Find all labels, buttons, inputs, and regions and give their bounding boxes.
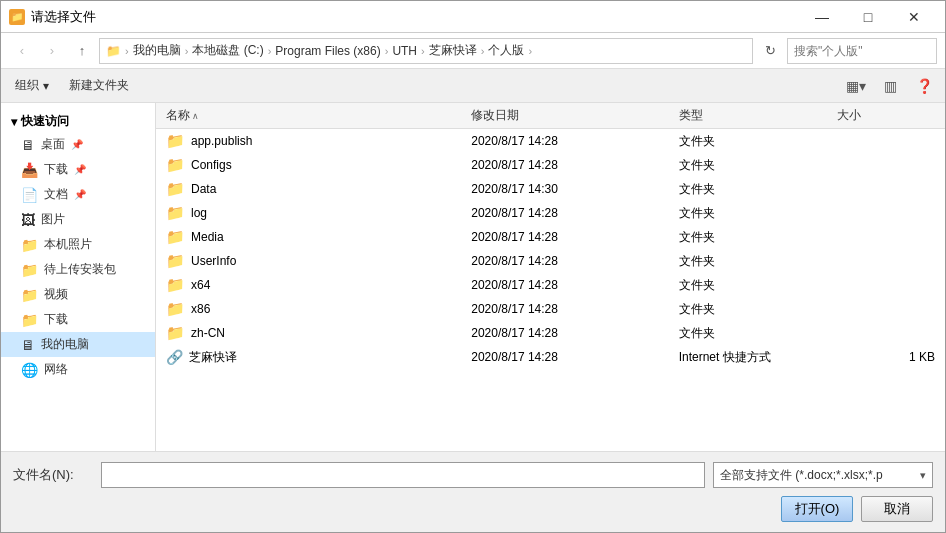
sidebar-item-videos[interactable]: 📁 视频 [1,282,155,307]
breadcrumb[interactable]: 📁 › 我的电脑 › 本地磁盘 (C:) › Program Files (x8… [99,38,753,64]
sidebar-item-network[interactable]: 🌐 网络 [1,357,155,382]
search-input[interactable] [794,44,944,58]
bottom-area: 文件名(N): 全部支持文件 (*.docx;*.xlsx;*.p ▾ 打开(O… [1,451,945,532]
filename-input[interactable] [101,462,705,488]
photos-icon: 📁 [21,237,38,253]
sidebar-label-photos: 本机照片 [44,236,92,253]
file-date-cell: 2020/8/17 14:28 [465,158,672,172]
minimize-button[interactable]: — [799,1,845,33]
table-row[interactable]: 📁 Data 2020/8/17 14:30 文件夹 [156,177,945,201]
organize-button[interactable]: 组织 ▾ [9,75,55,96]
sidebar-item-desktop[interactable]: 🖥 桌面 📌 [1,132,155,157]
breadcrumb-drive[interactable]: 本地磁盘 (C:) [192,42,263,59]
file-date-cell: 2020/8/17 14:28 [465,230,672,244]
file-type-cell: 文件夹 [673,157,832,174]
sidebar-label-downloads1: 下载 [44,161,68,178]
file-type-cell: 文件夹 [673,325,832,342]
file-date-cell: 2020/8/17 14:28 [465,302,672,316]
file-name-cell: 📁 app.publish [160,132,465,150]
file-name-cell: 📁 x64 [160,276,465,294]
organize-label: 组织 [15,77,39,94]
table-row[interactable]: 📁 Configs 2020/8/17 14:28 文件夹 [156,153,945,177]
sidebar-item-pending[interactable]: 📁 待上传安装包 [1,257,155,282]
file-name-cell: 📁 log [160,204,465,222]
folder-icon: 📁 [166,132,185,150]
open-button[interactable]: 打开(O) [781,496,853,522]
file-type-cell: 文件夹 [673,229,832,246]
table-row[interactable]: 📁 log 2020/8/17 14:28 文件夹 [156,201,945,225]
breadcrumb-folder-icon: 📁 [106,44,121,58]
maximize-button[interactable]: □ [845,1,891,33]
table-row[interactable]: 📁 zh-CN 2020/8/17 14:28 文件夹 [156,321,945,345]
folder-icon: 📁 [166,300,185,318]
file-name-cell: 📁 UserInfo [160,252,465,270]
sidebar-item-documents[interactable]: 📄 文档 📌 [1,182,155,207]
breadcrumb-uth[interactable]: UTH [392,44,417,58]
table-row[interactable]: 📁 Media 2020/8/17 14:28 文件夹 [156,225,945,249]
header-size[interactable]: 大小 [831,103,941,128]
file-name-text: app.publish [191,134,252,148]
title-controls: — □ ✕ [799,1,937,33]
help-button[interactable]: ❓ [911,73,937,99]
sidebar-item-downloads2[interactable]: 📁 下载 [1,307,155,332]
title-bar: 📁 请选择文件 — □ ✕ [1,1,945,33]
table-row[interactable]: 📁 x64 2020/8/17 14:28 文件夹 [156,273,945,297]
table-row[interactable]: 🔗 芝麻快译 2020/8/17 14:28 Internet 快捷方式 1 K… [156,345,945,369]
cancel-button[interactable]: 取消 [861,496,933,522]
file-date-cell: 2020/8/17 14:28 [465,278,672,292]
actions-row: 打开(O) 取消 [13,496,933,522]
header-name[interactable]: 名称 ∧ [160,103,465,128]
file-name-cell: 📁 Data [160,180,465,198]
file-name-cell: 📁 x86 [160,300,465,318]
new-folder-label: 新建文件夹 [69,77,129,94]
videos-icon: 📁 [21,287,38,303]
file-date-cell: 2020/8/17 14:28 [465,134,672,148]
network-icon: 🌐 [21,362,38,378]
file-name-text: x64 [191,278,210,292]
new-folder-button[interactable]: 新建文件夹 [63,75,135,96]
sidebar-label-pending: 待上传安装包 [44,261,116,278]
up-button[interactable]: ↑ [69,38,95,64]
table-row[interactable]: 📁 x86 2020/8/17 14:28 文件夹 [156,297,945,321]
close-button[interactable]: ✕ [891,1,937,33]
downloads1-icon: 📥 [21,162,38,178]
breadcrumb-programfiles[interactable]: Program Files (x86) [275,44,380,58]
file-dialog: 📁 请选择文件 — □ ✕ ‹ › ↑ 📁 › 我的电脑 › 本地磁盘 (C:)… [0,0,946,533]
title-bar-left: 📁 请选择文件 [9,8,96,26]
header-type[interactable]: 类型 [673,103,832,128]
file-list: 📁 app.publish 2020/8/17 14:28 文件夹 📁 Conf… [156,129,945,451]
breadcrumb-personal[interactable]: 个人版 [488,42,524,59]
folder-icon: 📁 [166,324,185,342]
view-button[interactable]: ▦▾ [843,73,869,99]
main-area: ▾ 快速访问 🖥 桌面 📌 📥 下载 📌 📄 文档 📌 🖼 图片 [1,103,945,451]
file-name-cell: 🔗 芝麻快译 [160,349,465,366]
forward-button[interactable]: › [39,38,65,64]
sidebar-item-downloads1[interactable]: 📥 下载 📌 [1,157,155,182]
breadcrumb-mypc[interactable]: 我的电脑 [133,42,181,59]
pin-icon: 📌 [71,139,83,150]
filetype-dropdown[interactable]: 全部支持文件 (*.docx;*.xlsx;*.p ▾ [713,462,933,488]
file-name-text: x86 [191,302,210,316]
sidebar-item-pictures[interactable]: 🖼 图片 [1,207,155,232]
table-row[interactable]: 📁 app.publish 2020/8/17 14:28 文件夹 [156,129,945,153]
header-date[interactable]: 修改日期 [465,103,672,128]
sidebar-label-mypc: 我的电脑 [41,336,89,353]
search-box[interactable]: 🔍 [787,38,937,64]
table-row[interactable]: 📁 UserInfo 2020/8/17 14:28 文件夹 [156,249,945,273]
pin-icon2: 📌 [74,164,86,175]
quick-access-label: ▾ 快速访问 [1,109,155,132]
back-button[interactable]: ‹ [9,38,35,64]
documents-icon: 📄 [21,187,38,203]
file-type-cell: Internet 快捷方式 [673,349,832,366]
sidebar-item-mypc[interactable]: 🖥 我的电脑 [1,332,155,357]
sidebar-item-photos[interactable]: 📁 本机照片 [1,232,155,257]
file-date-cell: 2020/8/17 14:28 [465,254,672,268]
file-name-text: zh-CN [191,326,225,340]
file-date-cell: 2020/8/17 14:28 [465,206,672,220]
file-type-cell: 文件夹 [673,277,832,294]
pane-button[interactable]: ▥ [877,73,903,99]
breadcrumb-zhima[interactable]: 芝麻快译 [429,42,477,59]
organize-arrow: ▾ [43,79,49,93]
sidebar-label-videos: 视频 [44,286,68,303]
refresh-button[interactable]: ↻ [757,38,783,64]
